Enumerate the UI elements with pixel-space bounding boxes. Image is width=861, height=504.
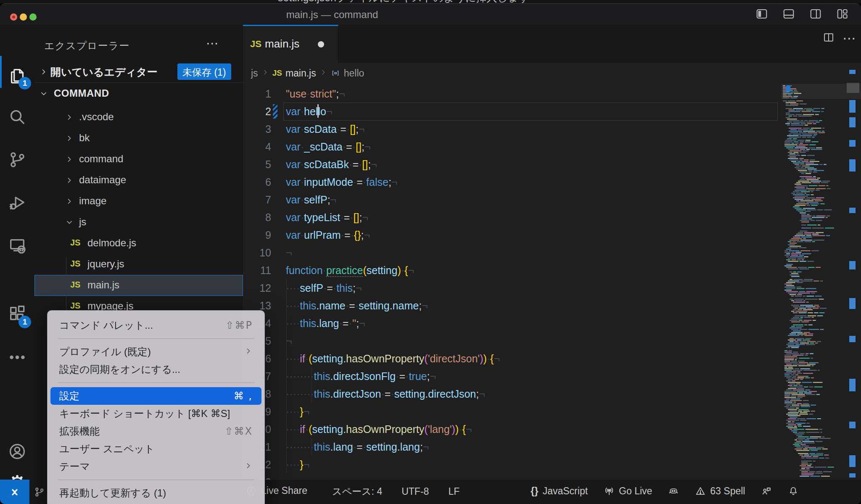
open-editors-label: 開いているエディター (50, 65, 158, 79)
toggle-primary-sidebar-icon[interactable] (755, 8, 769, 20)
tree-item-image[interactable]: image (34, 191, 243, 212)
breadcrumb-item-main-js[interactable]: JSmain.js (272, 68, 316, 79)
code-line-16: 16····if·(setting.hasOwnProperty('direct… (243, 350, 861, 367)
titlebar: main.js — command (0, 4, 861, 25)
language-mode-status[interactable]: {}JavaScript (531, 485, 588, 497)
code-line-6: 6var·inputMode·=·false;¬ (243, 173, 861, 191)
code-text: ····}¬ (286, 456, 309, 473)
code-line-7: 7var·selfP;¬ (243, 191, 861, 208)
menu-item-コマンド-パレット-[interactable]: コマンド パレット...⇧⌘P (50, 317, 261, 334)
braces-icon: {} (531, 485, 539, 497)
workspace-section-header[interactable]: COMMAND (34, 82, 243, 103)
menu-item-shortcut: ⇧⌘X (224, 425, 253, 437)
menu-item-拡張機能[interactable]: 拡張機能⇧⌘X (50, 422, 261, 440)
tree-item-js[interactable]: js (34, 212, 243, 233)
code-text: var·inputMode·=·false;¬ (286, 173, 397, 191)
overview-ruler-marker (849, 298, 856, 309)
menu-item-設定の同期をオンにする-[interactable]: 設定の同期をオンにする... (50, 361, 261, 378)
activity-bar: 11⚙1 (0, 25, 34, 480)
code-text: ¬ (286, 332, 292, 350)
js-file-icon: JS (250, 39, 261, 50)
line-number: 11 (243, 261, 271, 279)
activitybar-item-source-control[interactable] (0, 145, 34, 174)
folder-label: js (79, 216, 86, 228)
overview-ruler-marker (849, 140, 856, 147)
go-live-status-label: Go Live (619, 486, 652, 497)
encoding-status[interactable]: UTF-8 (401, 485, 429, 498)
line-number: 12 (243, 279, 271, 297)
chevron-down-icon (65, 218, 74, 228)
git-branch-status[interactable] (34, 486, 45, 500)
minimize-button[interactable] (20, 13, 27, 21)
tree-item-command[interactable]: command (34, 149, 243, 170)
code-line-5: 5var·scDataBk·=·[];¬ (243, 156, 861, 173)
warning-icon (695, 486, 706, 496)
open-editors-section[interactable]: 開いているエディター 未保存 (1) (34, 61, 243, 82)
minimap[interactable] (781, 84, 844, 480)
menu-item-テーマ[interactable]: テーマ (50, 458, 261, 475)
tree-item-bk[interactable]: bk (34, 128, 243, 149)
code-line-23: 23 (243, 473, 861, 480)
toggle-panel-icon[interactable] (782, 8, 795, 20)
activitybar-item-more[interactable] (0, 343, 34, 372)
chevron-right-icon (65, 134, 74, 144)
menu-item-ユーザー-スニペット[interactable]: ユーザー スニペット (50, 440, 261, 458)
breadcrumb-separator-icon (262, 69, 269, 77)
menu-item-label: テーマ (59, 460, 90, 473)
activitybar-item-search[interactable] (0, 102, 34, 132)
menu-item-キーボード-ショートカット-K-S-[interactable]: キーボード ショートカット [⌘K ⌘S] (50, 405, 261, 422)
copilot-status[interactable] (668, 486, 679, 496)
modified-line-gutter-indicator (273, 104, 277, 119)
zoom-button[interactable] (29, 13, 37, 21)
close-button[interactable] (10, 13, 17, 21)
tree-item-dataimage[interactable]: dataimage (34, 170, 243, 191)
go-live-status[interactable]: Go Live (604, 486, 652, 497)
folder-label: .vscode (79, 111, 114, 123)
menu-item-label: 再起動して更新する (1) (59, 486, 166, 500)
menu-item-shortcut: ⇧⌘P (225, 319, 253, 331)
breadcrumb-item-js[interactable]: js (251, 68, 258, 79)
code-line-15: 15¬ (243, 332, 861, 350)
tab-main-js[interactable]: JS main.js (243, 25, 338, 63)
js-file-icon: JS (70, 238, 80, 248)
background-clipped-text: settings.jsonファイルにテキストのように挿入します (214, 0, 593, 3)
breadcrumb-item-hello[interactable]: hello (330, 68, 364, 79)
menu-item-label: プロファイル (既定) (59, 345, 151, 359)
js-file-icon: JS (70, 301, 80, 311)
scrollbar-slider[interactable] (847, 83, 859, 93)
breadcrumb: jsJSmain.jshello (243, 63, 861, 84)
line-number: 3 (243, 120, 271, 138)
breadcrumb-label: main.js (285, 68, 316, 79)
menu-item-プロファイル-既定-[interactable]: プロファイル (既定) (50, 343, 261, 361)
feedback-status[interactable] (761, 486, 772, 496)
code-line-13: 13····this.name·=·setting.name;¬ (243, 297, 861, 314)
modified-dot-icon[interactable] (318, 41, 324, 47)
eol-status[interactable]: LF (448, 485, 460, 498)
toggle-secondary-sidebar-icon[interactable] (809, 8, 822, 20)
remote-indicator[interactable] (0, 480, 29, 504)
tree-item--vscode[interactable]: .vscode (34, 107, 243, 128)
vscode-window: main.js — command 11⚙1 エクスプローラー ⋯ 開いているエ… (0, 3, 861, 504)
split-editor-icon[interactable] (822, 32, 835, 45)
code-line-11: 11function·practice(setting)·{¬ (243, 261, 861, 279)
code-area[interactable]: 1"use·strict";¬2var·hello¬3var·scData·=·… (243, 84, 861, 480)
menu-separator (58, 338, 254, 339)
menu-item-設定[interactable]: 設定⌘ , (50, 387, 261, 405)
menu-item-再起動して更新する-1-[interactable]: 再起動して更新する (1) (50, 484, 261, 502)
overview-ruler-marker (849, 422, 856, 428)
tree-item-delmode-js[interactable]: JSdelmode.js (34, 233, 243, 254)
spell-checker-status[interactable]: 63 Spell (695, 486, 745, 497)
editor-more-icon[interactable]: ⋯ (843, 32, 856, 44)
indentation-status[interactable]: スペース: 4 (332, 485, 382, 498)
code-line-14: 14····this.lang·=·'';¬ (243, 314, 861, 332)
notifications-status[interactable] (788, 486, 799, 496)
activitybar-item-run-and-debug[interactable] (0, 188, 34, 217)
explorer-more-icon[interactable]: ⋯ (206, 36, 219, 50)
activitybar-item-remote-explorer[interactable] (0, 231, 34, 260)
activitybar-item-accounts[interactable] (0, 437, 34, 466)
chevron-right-icon (65, 197, 74, 207)
chevron-right-icon (65, 113, 74, 123)
menu-item-label: キーボード ショートカット [⌘K ⌘S] (59, 407, 230, 420)
code-text: ····this.lang·=·'';¬ (286, 314, 365, 332)
customize-layout-icon[interactable] (836, 8, 849, 20)
